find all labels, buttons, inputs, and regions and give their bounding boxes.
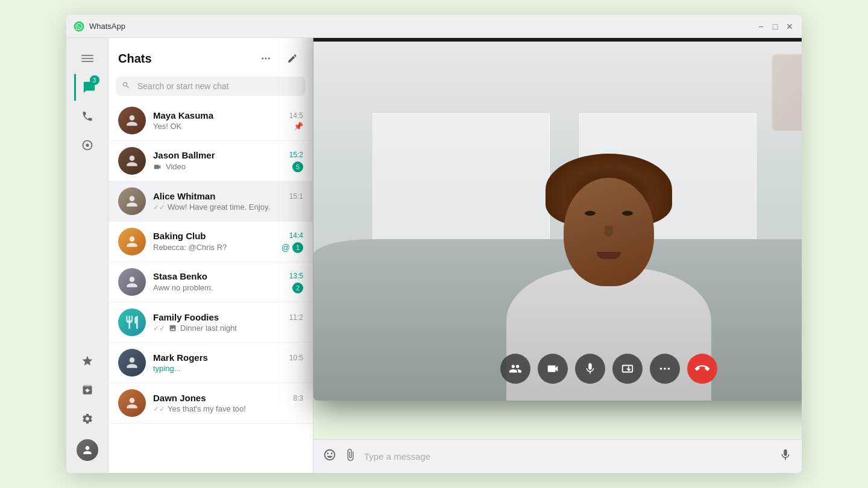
chat-time-alice: 15:1 [289, 192, 303, 201]
chat-preview-jason: Video 5 [153, 161, 303, 172]
nav-archive-icon[interactable] [74, 377, 101, 403]
svg-point-5 [86, 144, 89, 147]
eye-right [622, 211, 633, 216]
camera-toggle-button[interactable] [538, 354, 568, 384]
sidebar-title: Chats [118, 52, 152, 66]
avatar-maya [118, 107, 146, 134]
chat-info-alice: Alice Whitman 15:1 ✓✓ Wow! Have great ti… [153, 191, 303, 211]
nav-settings-icon[interactable] [74, 405, 101, 432]
svg-point-10 [664, 368, 666, 370]
chat-preview-stasa: Aww no problem. 2 [153, 283, 303, 293]
nose [605, 226, 613, 237]
chat-item-mark[interactable]: Mark Rogers 10:5 typing... [108, 343, 313, 383]
svg-rect-1 [81, 55, 93, 56]
nav-calls-icon[interactable] [74, 103, 101, 130]
svg-point-8 [268, 58, 270, 60]
screen-share-button[interactable] [612, 354, 643, 384]
sidebar: Chats [108, 38, 313, 473]
chat-info-maya: Maya Kasuma 14:5 Yes! OK 📌 [153, 110, 303, 131]
app-window: WhatsApp − □ ✕ 3 [66, 15, 802, 473]
chat-time-family: 11:2 [289, 313, 303, 322]
icon-nav: 3 [66, 38, 108, 473]
chat-item-jason[interactable]: Jason Ballmer 15:2 Video 5 [108, 141, 313, 181]
chat-name-mark: Mark Rogers [153, 352, 208, 363]
chat-item-maya[interactable]: Maya Kasuma 14:5 Yes! OK 📌 [108, 101, 313, 141]
chat-time-maya: 14:5 [289, 111, 303, 120]
chat-list: Maya Kasuma 14:5 Yes! OK 📌 [108, 101, 313, 473]
menu-icon-button[interactable] [255, 48, 277, 69]
sidebar-header-icons [255, 48, 303, 69]
search-bar [116, 77, 306, 96]
chat-info-stasa: Stasa Benko 13:5 Aww no problem. 2 [153, 271, 303, 293]
nav-starred-icon[interactable] [74, 348, 101, 374]
chat-time-dawn: 8:3 [293, 394, 303, 402]
user-avatar[interactable] [77, 439, 98, 461]
chat-preview-baking: Rebecca: @Chris R? @ 1 [153, 242, 303, 253]
nav-status-icon[interactable] [74, 132, 101, 158]
new-chat-button[interactable] [281, 48, 303, 69]
title-bar: WhatsApp − □ ✕ [66, 15, 802, 38]
chat-info-baking: Baking Club 14:4 Rebecca: @Chris R? @ 1 [153, 231, 303, 253]
avatar-jason [118, 147, 146, 175]
person-head-wrapper [564, 178, 654, 286]
chat-time-jason: 15:2 [289, 151, 303, 159]
chat-item-alice[interactable]: Alice Whitman 15:1 ✓✓ Wow! Have great ti… [108, 181, 313, 222]
chat-name-alice: Alice Whitman [153, 191, 215, 201]
search-input[interactable] [116, 77, 306, 96]
chat-name-stasa: Stasa Benko [153, 271, 207, 281]
nav-menu-icon[interactable] [74, 45, 101, 72]
call-controls [500, 354, 717, 384]
app-title: WhatsApp [89, 22, 756, 31]
more-options-button[interactable] [650, 354, 680, 384]
chat-info-jason: Jason Ballmer 15:2 Video 5 [153, 150, 303, 172]
attach-icon[interactable] [344, 448, 357, 465]
message-input[interactable] [364, 451, 772, 461]
add-participant-button[interactable] [500, 354, 530, 384]
video-main-feed [313, 42, 802, 401]
chat-preview-dawn: ✓✓ Yes that's my fave too! [153, 404, 303, 413]
chat-time-stasa: 13:5 [289, 272, 303, 280]
chat-preview-family: ✓✓ Dinner last night [153, 324, 303, 333]
window-controls: − □ ✕ [756, 22, 794, 31]
maximize-button[interactable]: □ [770, 22, 780, 31]
end-call-button[interactable] [687, 354, 717, 384]
mute-button[interactable] [575, 354, 605, 384]
chat-time-baking: 14:4 [289, 231, 303, 240]
chat-item-dawn[interactable]: Dawn Jones 8:3 ✓✓ Yes that's my fave too… [108, 383, 313, 424]
svg-point-11 [668, 368, 670, 370]
chat-time-mark: 10:5 [289, 354, 303, 362]
chat-item-stasa[interactable]: Stasa Benko 13:5 Aww no problem. 2 [108, 262, 313, 302]
chat-name-family: Family Foodies [153, 312, 219, 322]
chat-info-mark: Mark Rogers 10:5 typing... [153, 352, 303, 373]
avatar-baking [118, 228, 146, 255]
svg-point-9 [660, 368, 662, 370]
chats-unread-badge: 3 [90, 75, 99, 85]
chat-info-dawn: Dawn Jones 8:3 ✓✓ Yes that's my fave too… [153, 393, 303, 413]
whatsapp-logo-icon [74, 21, 84, 32]
mic-icon[interactable] [779, 448, 792, 465]
face [564, 178, 654, 286]
avatar-dawn [118, 389, 146, 417]
mouth [597, 252, 621, 259]
emoji-icon[interactable] [323, 448, 336, 465]
chat-name-maya: Maya Kasuma [153, 110, 213, 120]
svg-point-0 [74, 21, 84, 31]
sidebar-header: Chats [108, 38, 313, 74]
pip-body [793, 90, 802, 132]
chat-preview-alice: ✓✓ Wow! Have great time. Enjoy. [153, 202, 303, 211]
self-video-pip [772, 54, 802, 132]
svg-rect-3 [81, 61, 93, 62]
app-body: 3 Chats [66, 38, 802, 473]
chat-item-baking[interactable]: Baking Club 14:4 Rebecca: @Chris R? @ 1 [108, 222, 313, 262]
avatar-alice [118, 187, 146, 215]
close-button[interactable]: ✕ [785, 22, 794, 31]
chat-preview-mark: typing... [153, 364, 303, 373]
avatar-mark [118, 349, 146, 377]
video-call-overlay: Susanna Davis End-to-end endcrypted − □ … [313, 38, 802, 401]
eye-left [585, 211, 596, 216]
input-bar [313, 439, 802, 473]
chat-name-dawn: Dawn Jones [153, 393, 206, 403]
chat-item-family[interactable]: Family Foodies 11:2 ✓✓ Dinner last night [108, 302, 313, 343]
minimize-button[interactable]: − [756, 22, 766, 31]
nav-chats-icon[interactable]: 3 [74, 74, 101, 101]
